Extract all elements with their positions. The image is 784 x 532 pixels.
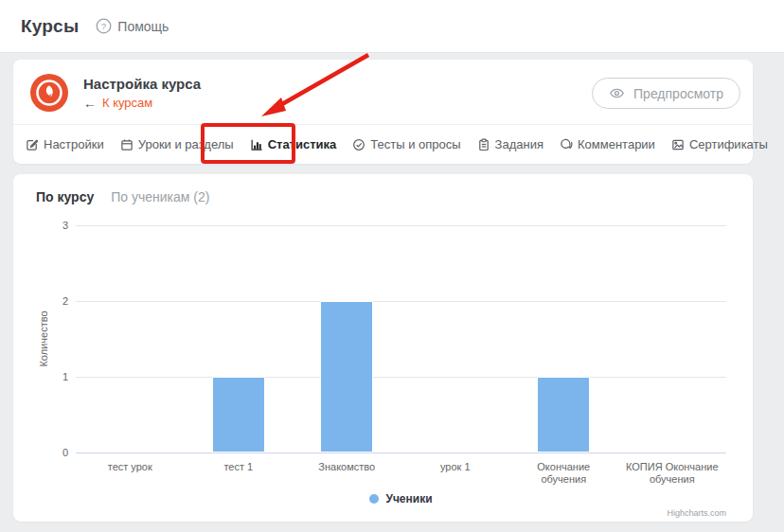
y-tick-label: 0 [13,447,68,458]
legend-label: Ученики [385,492,432,505]
tab-settings[interactable]: Настройки [26,137,104,151]
x-category-label: КОПИЯ Окончание обучения [618,461,727,486]
bar-3[interactable] [320,301,373,452]
course-title: Настройка курса [83,76,201,92]
image-icon [671,138,685,151]
tab-tests[interactable]: Тесты и опросы [352,137,460,151]
stats-view-tabs: По курсу По ученикам (2) [36,189,209,204]
course-tab-bar: Настройки Уроки и разделы Статистика [13,124,753,164]
highcharts-credit-link[interactable]: Highcharts.com [667,508,726,518]
svg-text:?: ? [101,21,106,31]
tab-label: Статистика [268,137,337,151]
course-avatar [30,74,68,112]
back-to-courses-link[interactable]: ← К курсам [83,96,201,111]
eye-icon [609,86,625,100]
question-circle-icon: ? [96,18,112,34]
x-category-label: тест 1 [185,461,294,473]
bar-chart-icon [250,138,263,151]
y-tick-label: 1 [13,371,68,382]
chart: Количество Ученики Highcharts.com 0123те… [13,212,753,520]
help-label: Помощь [117,19,169,34]
calendar-icon [120,138,134,151]
tab-label: Комментарии [578,137,655,151]
bar-2[interactable] [212,377,265,452]
y-tick-label: 3 [13,220,68,231]
legend-marker [369,494,379,504]
gridline [76,452,726,453]
check-circle-icon [352,138,365,151]
tab-lessons[interactable]: Уроки и разделы [120,137,234,151]
tab-label: Задания [495,137,543,151]
view-tab-by-course[interactable]: По курсу [36,189,94,204]
tab-certificates[interactable]: Сертификаты [671,137,768,151]
tab-label: Сертификаты [689,137,768,151]
tab-comments[interactable]: Комментарии [560,137,655,151]
comments-icon [560,138,573,151]
statistics-card: По курсу По ученикам (2) Количество Учен… [13,174,753,522]
view-tab-by-students[interactable]: По ученикам (2) [111,189,209,204]
gridline [76,377,726,378]
preview-button[interactable]: Предпросмотр [592,78,740,109]
tab-label: Настройки [44,137,104,151]
x-category-label: урок 1 [401,461,510,473]
top-header: Курсы ? Помощь [0,0,784,53]
legend-item-students[interactable]: Ученики [76,492,726,505]
bar-5[interactable] [537,377,590,452]
tab-assignments[interactable]: Задания [477,137,543,151]
y-axis-title: Количество [38,310,49,366]
y-tick-label: 2 [13,295,68,307]
x-category-label: Окончание обучения [509,461,618,486]
gridline [76,225,726,226]
course-settings-card: Настройка курса ← К курсам Предпросмотр … [13,60,753,164]
tab-statistics[interactable]: Статистика [250,137,337,151]
back-link-label: К курсам [102,96,152,110]
clipboard-icon [477,138,490,151]
tab-label: Уроки и разделы [138,137,234,151]
edit-icon [26,138,39,151]
page-title: Курсы [21,16,79,37]
x-category-label: тест урок [76,461,185,473]
back-arrow-icon: ← [83,96,97,111]
help-button[interactable]: ? Помощь [96,18,169,34]
preview-label: Предпросмотр [633,86,723,101]
gridline [76,301,726,302]
x-category-label: Знакомство [293,461,401,473]
tab-label: Тесты и опросы [370,137,460,151]
